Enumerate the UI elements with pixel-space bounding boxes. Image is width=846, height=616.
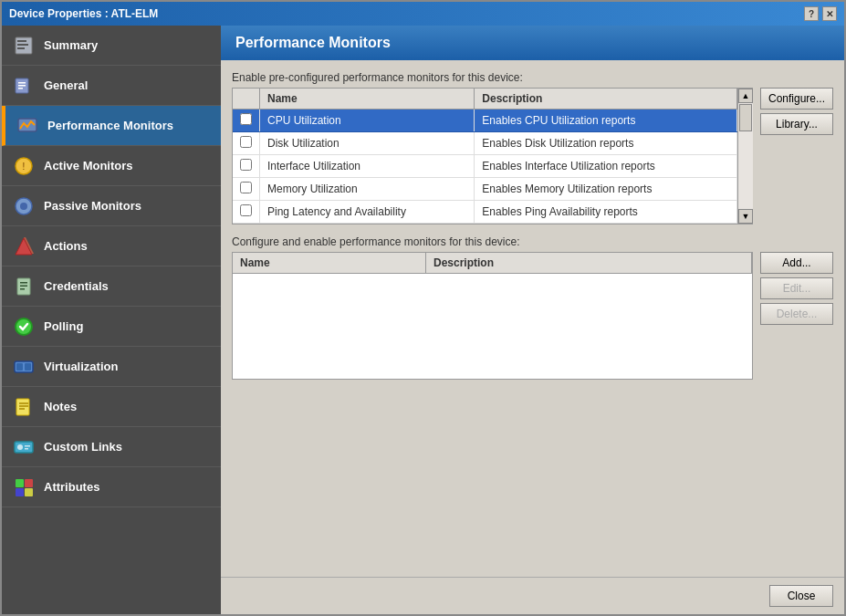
credentials-icon bbox=[13, 276, 35, 298]
sidebar-item-label-notes: Notes bbox=[44, 400, 77, 413]
table-row[interactable]: CPU UtilizationEnables CPU Utilization r… bbox=[233, 110, 737, 132]
svg-rect-34 bbox=[25, 488, 33, 496]
svg-rect-33 bbox=[16, 488, 24, 496]
scrollbar1[interactable]: ▲ ▼ bbox=[737, 89, 752, 224]
row-desc-0: Enables CPU Utilization reports bbox=[475, 110, 737, 132]
sidebar-item-notes[interactable]: Notes bbox=[2, 387, 221, 427]
scroll-down-1[interactable]: ▼ bbox=[738, 209, 753, 224]
section1-pre-table: Name Description CPU UtilizationEnables … bbox=[232, 88, 753, 224]
sidebar-item-general[interactable]: General bbox=[2, 66, 221, 106]
row-name-0: CPU Utilization bbox=[260, 110, 475, 132]
svg-rect-18 bbox=[20, 288, 25, 290]
actions-icon bbox=[13, 235, 35, 257]
table-row[interactable]: Memory UtilizationEnables Memory Utiliza… bbox=[233, 178, 737, 201]
section2-label: Configure and enable performance monitor… bbox=[232, 235, 833, 248]
col-desc-1: Description bbox=[475, 89, 737, 110]
sidebar-item-custom-links[interactable]: Custom Links bbox=[2, 427, 221, 467]
table-row[interactable]: Disk UtilizationEnables Disk Utilization… bbox=[233, 132, 737, 155]
svg-point-28 bbox=[17, 444, 23, 450]
section2-table-wrapper: Name Description bbox=[232, 252, 753, 380]
svg-rect-17 bbox=[20, 285, 27, 287]
section2-table: Name Description bbox=[233, 253, 752, 379]
sidebar-item-polling[interactable]: Polling bbox=[2, 307, 221, 347]
row-name-2: Interface Utilization bbox=[260, 155, 475, 178]
svg-point-12 bbox=[20, 203, 27, 210]
panel-header: Performance Monitors bbox=[221, 26, 844, 60]
svg-rect-31 bbox=[16, 479, 24, 487]
passive-icon bbox=[13, 195, 35, 217]
edit-btn[interactable]: Edit... bbox=[760, 277, 833, 299]
sidebar-item-passive-monitors[interactable]: Passive Monitors bbox=[2, 186, 221, 226]
panel-body: Enable pre-configured performance monito… bbox=[221, 60, 844, 577]
sidebar-item-label-credentials: Credentials bbox=[44, 279, 109, 293]
sidebar-item-label-attributes: Attributes bbox=[44, 480, 99, 494]
sidebar-item-label-active-monitors: Active Monitors bbox=[44, 159, 133, 172]
section2-row: Name Description Add...Edit...Delete... bbox=[232, 252, 833, 380]
svg-rect-7 bbox=[18, 88, 23, 89]
scroll-track-1 bbox=[738, 103, 753, 209]
sidebar-item-attributes[interactable]: Attributes bbox=[2, 467, 221, 507]
svg-rect-3 bbox=[17, 47, 25, 49]
checkbox-row-3[interactable] bbox=[240, 182, 252, 193]
sidebar-item-label-summary: Summary bbox=[44, 38, 98, 52]
col-checkbox bbox=[233, 89, 260, 110]
add-btn[interactable]: Add... bbox=[760, 252, 833, 274]
sidebar-item-summary[interactable]: Summary bbox=[2, 26, 221, 66]
table-row[interactable]: Ping Latency and AvailabilityEnables Pin… bbox=[233, 201, 737, 224]
sidebar-item-performance-monitors[interactable]: Performance Monitors bbox=[2, 106, 221, 146]
row-desc-3: Enables Memory Utilization reports bbox=[475, 178, 737, 201]
checkbox-row-2[interactable] bbox=[240, 159, 252, 171]
active-icon: ! bbox=[13, 155, 35, 177]
svg-rect-1 bbox=[17, 40, 26, 42]
sidebar-item-label-actions: Actions bbox=[44, 239, 88, 253]
sidebar: SummaryGeneralPerformance Monitors!Activ… bbox=[2, 26, 221, 614]
sidebar-item-actions[interactable]: Actions bbox=[2, 226, 221, 266]
svg-text:!: ! bbox=[23, 162, 26, 172]
col-desc-2: Description bbox=[426, 253, 752, 274]
help-button[interactable]: ? bbox=[804, 6, 819, 21]
attributes-icon bbox=[13, 476, 35, 498]
section1-table-wrapper: Name Description CPU UtilizationEnables … bbox=[232, 88, 753, 224]
scroll-thumb-1 bbox=[739, 104, 752, 131]
close-button[interactable]: Close bbox=[769, 585, 833, 607]
window-title: Device Properties : ATL-ELM bbox=[9, 7, 158, 20]
row-name-1: Disk Utilization bbox=[260, 132, 475, 155]
links-icon bbox=[13, 436, 35, 458]
row-name-3: Memory Utilization bbox=[260, 178, 475, 201]
svg-rect-23 bbox=[16, 399, 29, 415]
section1-table: Name Description CPU UtilizationEnables … bbox=[233, 89, 737, 224]
main-content: SummaryGeneralPerformance Monitors!Activ… bbox=[2, 26, 844, 614]
row-desc-2: Enables Interface Utilization reports bbox=[475, 155, 737, 178]
performance-icon bbox=[16, 115, 38, 137]
svg-rect-29 bbox=[25, 445, 30, 447]
main-panel: Performance Monitors Enable pre-configur… bbox=[221, 26, 844, 614]
general-icon bbox=[13, 75, 35, 97]
svg-rect-30 bbox=[25, 448, 28, 450]
checkbox-row-1[interactable] bbox=[240, 136, 252, 148]
svg-rect-6 bbox=[18, 85, 26, 87]
section2-pre-table: Name Description bbox=[232, 252, 753, 380]
close-window-button[interactable]: ✕ bbox=[822, 6, 837, 21]
title-bar: Device Properties : ATL-ELM ? ✕ bbox=[2, 2, 844, 26]
sidebar-item-label-passive-monitors: Passive Monitors bbox=[44, 199, 141, 213]
svg-rect-2 bbox=[17, 44, 28, 46]
checkbox-row-4[interactable] bbox=[240, 204, 252, 216]
section1: Enable pre-configured performance monito… bbox=[232, 71, 833, 224]
configure-btn[interactable]: Configure... bbox=[760, 88, 833, 110]
row-desc-1: Enables Disk Utilization reports bbox=[475, 132, 737, 155]
row-name-4: Ping Latency and Availability bbox=[260, 201, 475, 224]
sidebar-item-active-monitors[interactable]: !Active Monitors bbox=[2, 146, 221, 186]
sidebar-item-virtualization[interactable]: Virtualization bbox=[2, 347, 221, 387]
checkbox-row-0[interactable] bbox=[240, 113, 252, 125]
main-window: Device Properties : ATL-ELM ? ✕ SummaryG… bbox=[0, 0, 846, 616]
library-btn[interactable]: Library... bbox=[760, 113, 833, 135]
sidebar-item-credentials[interactable]: Credentials bbox=[2, 266, 221, 307]
scroll-up-1[interactable]: ▲ bbox=[738, 89, 753, 103]
notes-icon bbox=[13, 396, 35, 418]
virt-icon bbox=[13, 356, 35, 378]
section1-buttons: Configure...Library... bbox=[760, 88, 833, 135]
delete-btn[interactable]: Delete... bbox=[760, 303, 833, 325]
row-desc-4: Enables Ping Availability reports bbox=[475, 201, 737, 224]
sidebar-item-label-custom-links: Custom Links bbox=[44, 440, 122, 454]
table-row[interactable]: Interface UtilizationEnables Interface U… bbox=[233, 155, 737, 178]
